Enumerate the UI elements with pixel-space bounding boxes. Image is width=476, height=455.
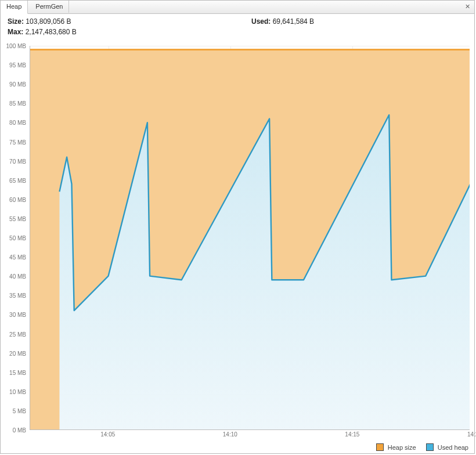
y-tick-label: 55 MB <box>9 215 26 222</box>
used-label: Used: <box>251 17 271 26</box>
y-axis: 0 MB5 MB10 MB15 MB20 MB25 MB30 MB35 MB40… <box>5 46 28 430</box>
y-tick-label: 30 MB <box>9 312 26 318</box>
x-axis: 14:0514:1014:1514:2014:2514:30 <box>30 431 470 439</box>
tab-permgen[interactable]: PermGen <box>30 1 69 13</box>
memory-panel: Heap PermGen ✕ Size: 103,809,056 B Used:… <box>0 0 475 454</box>
y-tick-label: 35 MB <box>9 292 26 299</box>
legend-label-used-heap: Used heap <box>438 444 468 451</box>
y-tick-label: 5 MB <box>13 407 26 414</box>
y-tick-label: 45 MB <box>9 254 26 261</box>
close-icon[interactable]: ✕ <box>463 2 472 12</box>
plot-area <box>30 46 470 430</box>
y-tick-label: 50 MB <box>9 235 26 241</box>
y-tick-label: 95 MB <box>9 62 26 68</box>
legend-swatch-heap-size <box>376 443 384 451</box>
tab-heap[interactable]: Heap <box>1 1 28 14</box>
legend: Heap size Used heap <box>368 443 468 451</box>
y-tick-label: 70 MB <box>9 158 26 164</box>
y-tick-label: 85 MB <box>9 100 26 107</box>
legend-label-heap-size: Heap size <box>388 444 416 451</box>
x-tick-label: 14:05 <box>100 431 115 438</box>
max-value: 2,147,483,680 B <box>26 28 77 36</box>
size-label: Size: <box>8 17 24 26</box>
chart-svg <box>30 46 470 429</box>
y-tick-label: 65 MB <box>9 177 26 183</box>
y-tick-label: 20 MB <box>9 350 26 356</box>
y-tick-label: 15 MB <box>9 369 26 375</box>
x-tick-label: 14:20 <box>467 431 476 438</box>
y-tick-label: 60 MB <box>9 196 26 203</box>
y-tick-label: 0 MB <box>13 427 26 434</box>
tab-strip: Heap PermGen ✕ <box>1 1 474 14</box>
legend-swatch-used-heap <box>426 443 434 451</box>
x-tick-label: 14:10 <box>223 431 237 438</box>
y-tick-label: 100 MB <box>6 43 26 49</box>
size-value: 103,809,056 B <box>26 17 71 26</box>
y-tick-label: 90 MB <box>9 81 26 88</box>
max-label: Max: <box>8 28 23 36</box>
x-tick-label: 14:15 <box>345 431 359 438</box>
heap-info: Size: 103,809,056 B Used: 69,641,584 B M… <box>1 14 474 38</box>
used-value: 69,641,584 B <box>273 17 314 26</box>
y-tick-label: 80 MB <box>9 120 26 126</box>
y-tick-label: 10 MB <box>9 388 26 395</box>
heap-chart: 0 MB5 MB10 MB15 MB20 MB25 MB30 MB35 MB40… <box>5 44 470 439</box>
y-tick-label: 25 MB <box>9 331 26 337</box>
y-tick-label: 40 MB <box>9 273 26 280</box>
y-tick-label: 75 MB <box>9 139 26 145</box>
